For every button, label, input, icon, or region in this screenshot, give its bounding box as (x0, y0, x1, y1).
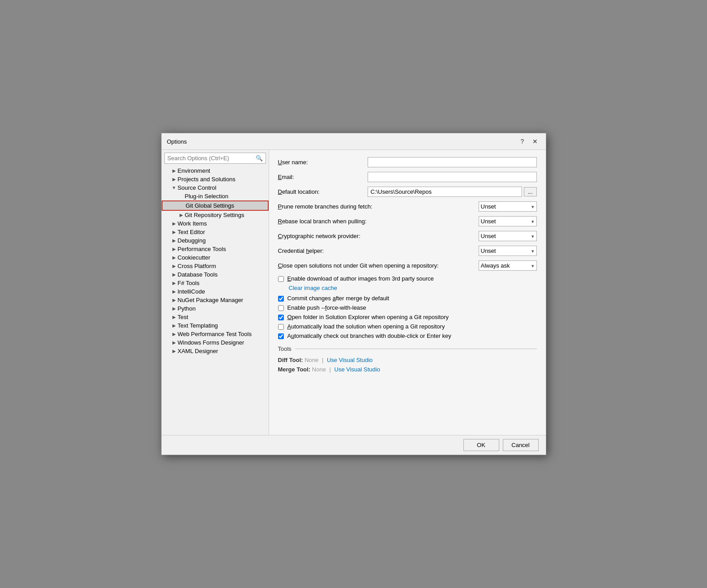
tree-label-debugging: Debugging (178, 237, 267, 244)
commit-changes-row: Commit changes after merge by default (278, 295, 537, 302)
open-folder-checkbox[interactable] (278, 315, 284, 320)
auto-load-label: Automatically load the solution when ope… (287, 323, 445, 330)
tree-item-cross-platform[interactable]: ▶ Cross Platform (162, 262, 269, 270)
tree-arrow-projects: ▶ (171, 177, 178, 182)
title-bar-buttons: ? ✕ (517, 137, 540, 146)
tree-arrow-intellicode: ▶ (171, 289, 178, 294)
tree-item-work-items[interactable]: ▶ Work Items (162, 219, 269, 228)
enable-download-checkbox[interactable] (278, 276, 284, 282)
options-dialog: Options ? ✕ 🔍 ▶ Environment ▶ Project (161, 133, 546, 455)
username-input[interactable] (368, 157, 537, 167)
tools-section-label: Tools (278, 345, 291, 352)
tree-arrow-test: ▶ (171, 315, 178, 320)
tree-arrow-web-performance: ▶ (171, 332, 178, 337)
merge-tool-row: Merge Tool: None | Use Visual Studio (278, 366, 537, 373)
tree-item-debugging[interactable]: ▶ Debugging (162, 236, 269, 245)
commit-changes-checkbox[interactable] (278, 296, 284, 302)
tree-arrow-performance: ▶ (171, 247, 178, 251)
tree-label-git-repo: Git Repository Settings (185, 212, 267, 218)
default-location-input[interactable] (368, 187, 522, 197)
tree-item-environment[interactable]: ▶ Environment (162, 166, 269, 175)
rebase-label: Rebase local branch when pulling: (278, 218, 479, 225)
tree-item-plugin-selection[interactable]: Plug-in Selection (162, 192, 269, 200)
diff-use-vs-link[interactable]: Use Visual Studio (327, 357, 373, 363)
title-bar: Options ? ✕ (162, 133, 546, 150)
rebase-dropdown-wrapper: Unset True False (479, 216, 537, 226)
tree-arrow-text-templating: ▶ (171, 323, 178, 328)
auto-checkout-checkbox[interactable] (278, 333, 284, 339)
search-icon: 🔍 (253, 153, 266, 163)
tree-item-text-editor[interactable]: ▶ Text Editor (162, 228, 269, 236)
tree-arrow-text-editor: ▶ (171, 230, 178, 234)
tree-arrow-xaml: ▶ (171, 349, 178, 354)
tree-arrow-environment: ▶ (171, 168, 178, 173)
left-panel: 🔍 ▶ Environment ▶ Projects and Solutions… (162, 150, 269, 435)
auto-load-row: Automatically load the solution when ope… (278, 323, 537, 330)
tree-item-windows-forms[interactable]: ▶ Windows Forms Designer (162, 338, 269, 347)
tree-arrow-database: ▶ (171, 272, 178, 277)
crypto-label: Cryptographic network provider: (278, 233, 479, 239)
tree-item-source-control[interactable]: ▼ Source Control (162, 183, 269, 192)
merge-none-text: None (312, 366, 328, 373)
tree-label-plugin: Plug-in Selection (185, 193, 267, 200)
crypto-dropdown[interactable]: Unset OpenSSL Schannel (479, 231, 537, 241)
tree-arrow-work-items: ▶ (171, 221, 178, 226)
crypto-dropdown-wrapper: Unset OpenSSL Schannel (479, 231, 537, 241)
enable-push-label: Enable push --force-with-lease (287, 304, 366, 311)
email-row: Email: (278, 172, 537, 182)
help-button[interactable]: ? (517, 137, 528, 146)
tree-label-text-templating: Text Templating (178, 322, 267, 329)
rebase-dropdown[interactable]: Unset True False (479, 216, 537, 226)
tree-arrow-python: ▶ (171, 306, 178, 311)
tree-item-git-repo-settings[interactable]: ▶ Git Repository Settings (162, 211, 269, 219)
tree-item-database-tools[interactable]: ▶ Database Tools (162, 270, 269, 279)
tree-item-projects-and-solutions[interactable]: ▶ Projects and Solutions (162, 175, 269, 183)
prune-dropdown[interactable]: Unset True False (479, 201, 537, 212)
merge-use-vs-link[interactable]: Use Visual Studio (334, 366, 380, 373)
close-button[interactable]: ✕ (530, 137, 540, 146)
search-input[interactable] (165, 153, 253, 163)
merge-tool-label: Merge Tool: (278, 366, 311, 373)
tree-area: ▶ Environment ▶ Projects and Solutions ▼… (162, 166, 269, 435)
tree-item-performance-tools[interactable]: ▶ Performance Tools (162, 245, 269, 253)
tree-label-projects: Projects and Solutions (178, 176, 267, 183)
default-location-label: Default location: (278, 188, 368, 195)
tree-item-xaml-designer[interactable]: ▶ XAML Designer (162, 347, 269, 355)
username-label: User name: (278, 159, 368, 166)
tree-arrow-debugging: ▶ (171, 238, 178, 243)
close-solutions-row: Close open solutions not under Git when … (278, 260, 537, 271)
email-label: Email: (278, 174, 368, 180)
tree-item-intellicode[interactable]: ▶ IntelliCode (162, 287, 269, 296)
tree-item-git-global-settings[interactable]: Git Global Settings (162, 200, 269, 211)
tree-item-python[interactable]: ▶ Python (162, 304, 269, 313)
clear-cache-row: Clear image cache (278, 285, 537, 291)
tree-label-environment: Environment (178, 167, 267, 174)
enable-push-checkbox[interactable] (278, 305, 284, 311)
tree-item-cookiecutter[interactable]: ▶ Cookiecutter (162, 253, 269, 262)
auto-load-checkbox[interactable] (278, 324, 284, 330)
tree-item-text-templating[interactable]: ▶ Text Templating (162, 321, 269, 330)
search-box[interactable]: 🔍 (164, 153, 266, 164)
tree-item-fsharp-tools[interactable]: ▶ F# Tools (162, 279, 269, 287)
tree-label-test: Test (178, 314, 267, 320)
dialog-body: 🔍 ▶ Environment ▶ Projects and Solutions… (162, 150, 546, 435)
tree-item-web-performance[interactable]: ▶ Web Performance Test Tools (162, 330, 269, 338)
browse-button[interactable]: ... (524, 187, 537, 196)
ok-button[interactable]: OK (463, 439, 499, 451)
prune-row: Prune remote branches during fetch: Unse… (278, 201, 537, 212)
clear-image-cache-link[interactable]: Clear image cache (289, 285, 337, 291)
tree-label-python: Python (178, 305, 267, 312)
tree-item-test[interactable]: ▶ Test (162, 313, 269, 321)
tree-arrow-git-repo: ▶ (178, 213, 185, 217)
dialog-footer: OK Cancel (162, 435, 546, 455)
tree-item-nuget[interactable]: ▶ NuGet Package Manager (162, 296, 269, 304)
tree-arrow-windows-forms: ▶ (171, 340, 178, 345)
cancel-button[interactable]: Cancel (503, 439, 539, 451)
close-solutions-dropdown[interactable]: Always ask Yes No (479, 260, 537, 271)
merge-separator: | (330, 366, 331, 373)
credential-label: Credential helper: (278, 247, 479, 254)
tree-label-database: Database Tools (178, 271, 267, 278)
tree-arrow-cookiecutter: ▶ (171, 255, 178, 260)
credential-dropdown[interactable]: Unset GCM Core (479, 246, 537, 256)
email-input[interactable] (368, 172, 537, 182)
